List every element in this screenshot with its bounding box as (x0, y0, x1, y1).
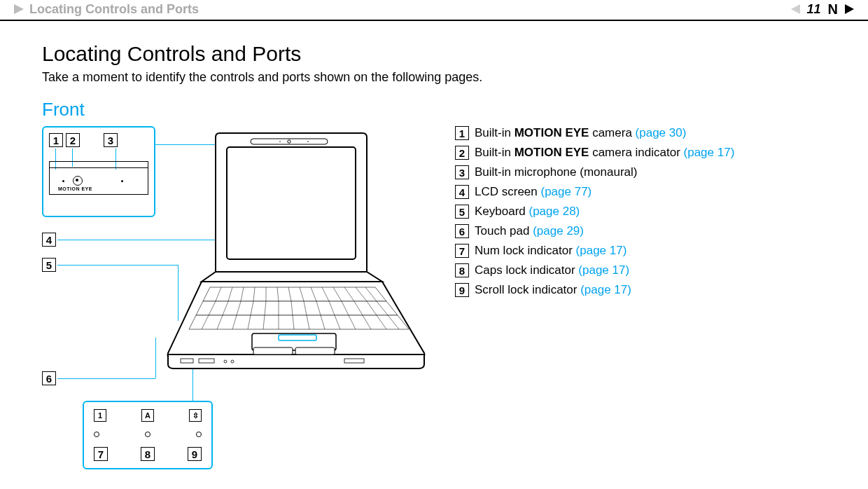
camera-lens-icon (73, 176, 83, 186)
legend-item: 3Built-in microphone (monaural) (455, 165, 826, 179)
breadcrumb-text: Locating Controls and Ports (29, 2, 199, 17)
callout-num-7: 7 (94, 447, 108, 461)
breadcrumb: Locating Controls and Ports (14, 2, 199, 17)
legend-item: 6Touch pad (page 29) (455, 224, 826, 238)
callout-num-3: 3 (104, 133, 118, 147)
numlock-icon: 1 (94, 409, 106, 422)
camera-detail-callout: 1 2 3 MOTION EYE (42, 126, 155, 217)
legend-item: 1Built-in MOTION EYE camera (page 30) (455, 126, 826, 140)
page-title: Locating Controls and Ports (42, 42, 826, 66)
content-area: Locating Controls and Ports Take a momen… (0, 21, 868, 462)
callout-num-8: 8 (141, 447, 155, 461)
callout-num-1: 1 (49, 133, 63, 147)
main-row: 1 2 3 MOTION EYE (42, 126, 826, 462)
nav-prev-icon[interactable] (791, 4, 800, 14)
indicator-led-icon (94, 432, 99, 437)
indicator-led-icon (145, 432, 150, 437)
leader-6h (57, 378, 155, 379)
svg-rect-51 (181, 359, 193, 363)
leader-6v (155, 338, 156, 378)
camera-strip: MOTION EYE (49, 161, 148, 195)
page-link[interactable]: (page 17) (580, 283, 631, 296)
indicator-dot-icon (62, 180, 64, 182)
svg-rect-55 (344, 359, 364, 363)
page-link[interactable]: (page 17) (576, 244, 627, 257)
legend-item: 7Num lock indicator (page 17) (455, 244, 826, 258)
legend-item: 5Keyboard (page 28) (455, 205, 826, 219)
diagram-area: 1 2 3 MOTION EYE (42, 126, 434, 462)
callout-num-6: 6 (42, 371, 56, 385)
microphone-dot-icon (121, 180, 123, 182)
page-header: Locating Controls and Ports 11 N (0, 0, 868, 21)
svg-rect-49 (295, 347, 335, 354)
legend-list: 1Built-in MOTION EYE camera (page 30) 2B… (455, 126, 826, 303)
legend-item: 9Scroll lock indicator (page 17) (455, 283, 826, 297)
leader-5h (57, 265, 178, 266)
page-number: 11 (807, 2, 821, 17)
callout-num-2: 2 (66, 133, 80, 147)
scrolllock-icon: ⇳ (189, 409, 202, 422)
page-link[interactable]: (page 29) (533, 224, 584, 237)
page-link[interactable]: (page 17) (684, 146, 735, 159)
callout-num-4: 4 (42, 233, 56, 247)
legend-item: 8Caps lock indicator (page 17) (455, 263, 826, 277)
indicator-led-icon (196, 432, 202, 437)
page-link[interactable]: (page 30) (636, 126, 687, 139)
svg-point-3 (279, 141, 281, 142)
legend-item: 2Built-in MOTION EYE camera indicator (p… (455, 146, 826, 160)
callout-num-5: 5 (42, 258, 56, 272)
header-nav: 11 N (791, 1, 854, 18)
nav-next-icon[interactable] (845, 4, 854, 14)
svg-rect-48 (253, 347, 293, 354)
svg-rect-52 (199, 359, 214, 363)
page-link[interactable]: (page 28) (529, 205, 580, 218)
page-link[interactable]: (page 17) (578, 263, 629, 277)
svg-rect-0 (227, 147, 356, 259)
section-heading: Front (42, 99, 826, 120)
laptop-illustration (167, 132, 426, 370)
indicator-detail-callout: 1 A ⇳ 7 8 9 (83, 401, 213, 469)
svg-rect-1 (251, 139, 328, 144)
motion-eye-label: MOTION EYE (58, 186, 92, 191)
page-link[interactable]: (page 77) (540, 185, 592, 198)
callout-num-9: 9 (188, 447, 202, 461)
svg-point-4 (307, 141, 309, 142)
nav-n-label: N (828, 1, 838, 18)
legend-item: 4LCD screen (page 77) (455, 185, 826, 199)
breadcrumb-bullet-icon (14, 4, 24, 14)
capslock-icon: A (141, 409, 154, 422)
intro-text: Take a moment to identify the controls a… (42, 70, 826, 85)
